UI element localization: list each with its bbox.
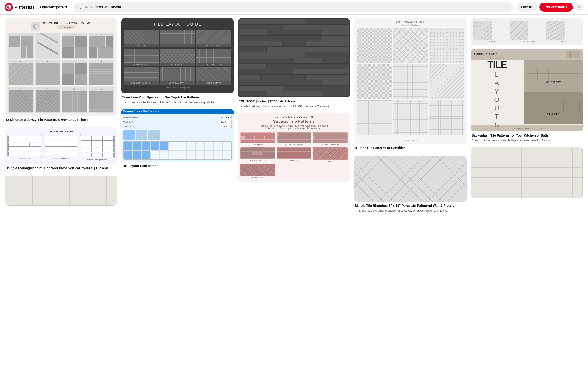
- signup-button[interactable]: Регистрация: [539, 3, 573, 12]
- v-label: Vertical Offset (alternate): [80, 158, 115, 161]
- herring-label: Chevron: [546, 40, 580, 42]
- pin-card[interactable]: EQUITONE [tectiva] TE00 | Architonic Fac…: [238, 18, 350, 109]
- herring-pattern: [429, 64, 464, 99]
- floor-cell: [429, 64, 464, 99]
- floor-cell: [393, 100, 428, 135]
- tile-cell: ⑦: [62, 60, 87, 86]
- pins-grid: TWELVE DIFFERENT WAYS TO LAY subway tile…: [5, 18, 583, 214]
- calc-input[interactable]: Option 1: [220, 115, 232, 119]
- main-content: TWELVE DIFFERENT WAYS TO LAY subway tile…: [0, 15, 588, 218]
- herringbone-card: Herringbone Double Herringbone Chevron: [471, 18, 583, 45]
- running-bond-preview: [566, 51, 580, 58]
- floor-cell: [393, 28, 428, 63]
- floor-footer: Tile Layout Reference: [357, 139, 464, 141]
- floor-cell: [429, 100, 464, 135]
- tile-cell: ⑩: [35, 87, 61, 113]
- pin-card[interactable]: TILE LAYOUT GUIDE DIAGONAL GRID HERRINGB…: [121, 18, 234, 105]
- tile-cell: ②: [35, 33, 61, 59]
- header-actions: Войти Регистрация: [517, 3, 583, 12]
- herring-label: Herringbone: [473, 40, 508, 42]
- tile-cell: ⑫: [89, 87, 115, 113]
- calc-blue-box2: [136, 130, 147, 140]
- tile-cell: ④: [89, 33, 115, 59]
- search-bar: ✕: [74, 2, 513, 12]
- herring-grid: Herringbone Double Herringbone Chevron: [473, 21, 580, 42]
- logo-text: Pinterest: [14, 5, 34, 10]
- floor-grid: [357, 28, 464, 135]
- header: Pinterest Просмотреть ✕ Войти Регистраци…: [0, 0, 588, 15]
- rhombus-card: [354, 155, 467, 202]
- guide-cell-h-stack: HORIZONTAL STACK: [124, 68, 159, 85]
- chevron-down-icon: [65, 7, 68, 8]
- pin-card[interactable]: TYC INTERIOR'S GUIDE TO Subway Tile Patt…: [238, 113, 350, 182]
- pin-info: 12 Different Subway Tile Patterns & How …: [5, 116, 117, 124]
- browse-nav[interactable]: Просмотреть: [38, 3, 70, 11]
- basket-pattern: [357, 64, 392, 99]
- guide-cell-v-stack: VERTICAL STACK: [160, 68, 195, 85]
- pin-card[interactable]: Measure Square Tile Calculator Material …: [121, 109, 234, 170]
- subway-card-sub: subway tile: [57, 25, 75, 29]
- clear-search-button[interactable]: ✕: [506, 5, 509, 10]
- calc-label: Tile Size (in):: [123, 125, 219, 128]
- offset-preview: [527, 69, 580, 80]
- divider: [357, 137, 464, 137]
- pin-info: Transform Your Space with Our Top 9 Tile…: [121, 93, 234, 105]
- calculator-card: Measure Square Tile Calculator Material …: [121, 109, 234, 162]
- tile-cell: ⑪: [62, 87, 87, 113]
- pin-card[interactable]: [5, 175, 117, 206]
- calc-visuals: [123, 130, 232, 140]
- calc-blue-box: [123, 130, 135, 140]
- pin-card[interactable]: [471, 147, 583, 198]
- rhombus-pattern: [354, 155, 467, 202]
- backsplash-offset: 1/3 OFFSET: [524, 60, 583, 92]
- calc-label: Total Sq Ft:: [123, 121, 219, 123]
- backsplash-website: LISTINPROGRESS.COM: [511, 127, 543, 130]
- pin-card[interactable]: Vertical Tile Layouts Vertical Offset: [5, 127, 117, 172]
- diamond-pattern: [393, 28, 428, 63]
- calc-input[interactable]: 125.00: [220, 120, 232, 124]
- dark-cladding-card: [238, 18, 350, 97]
- subway-cell-container: Bordered Quartz: [240, 164, 275, 179]
- vertical-cell: Vertical Offset: [8, 135, 42, 161]
- calc-blue-box3: [148, 130, 160, 140]
- guide-title: TILE LAYOUT GUIDE: [124, 22, 231, 27]
- calc-input[interactable]: 12 × 12: [220, 125, 232, 129]
- calc-row: Tile Size (in): 12 × 12: [123, 125, 232, 129]
- subway-cell-container: Running Bond: [240, 132, 275, 146]
- pin-info: Merola Tile Rhombus 6" x 10" Porcelain P…: [354, 202, 467, 214]
- brick-pattern: [393, 64, 428, 99]
- mosaic-pattern: [429, 100, 464, 135]
- chevron-pattern: [546, 21, 565, 39]
- pin-card[interactable]: TWELVE DIFFERENT WAYS TO LAY subway tile…: [5, 18, 117, 124]
- s-label: 45 Angled Running Bond: [313, 144, 348, 146]
- herring-label: Double Herringbone: [510, 40, 544, 42]
- floor-cell: [357, 28, 392, 63]
- pin-card[interactable]: RUNNING BOND Favorite TILE L A Y O U: [471, 49, 583, 144]
- calc-row: Material System: Option 1: [123, 115, 232, 119]
- login-button[interactable]: Войти: [517, 3, 537, 12]
- pin-info: Backsplash Tile Patterns for Your Kitche…: [471, 131, 583, 144]
- tile-cell: ③: [62, 33, 87, 59]
- more-options-button[interactable]: [575, 3, 583, 11]
- search-input[interactable]: [84, 5, 504, 9]
- tile-cell: ⑤: [8, 60, 33, 86]
- calc-brand2: Square Tile Calculator: [134, 110, 159, 113]
- pin-card[interactable]: Merola Tile Rhombus 6" x 10" Porcelain P…: [354, 155, 467, 214]
- large-pattern: [357, 100, 392, 135]
- pinterest-logo-icon[interactable]: [5, 3, 13, 11]
- s-label: 1/3 Offset Running Bond: [277, 144, 312, 146]
- subway-card-title: TWELVE DIFFERENT WAYS TO LAY: [41, 22, 91, 24]
- s-label: Herringbone: [313, 160, 348, 162]
- subway-subtitle: Take the humble subway tile and make you…: [240, 124, 348, 130]
- guide-cell-running-bond: RUNNING BOND: [124, 49, 159, 66]
- offset-pattern: [393, 100, 428, 135]
- hex-pattern: [429, 28, 464, 63]
- pin-card[interactable]: Herringbone Double Herringbone Chevron: [471, 18, 583, 45]
- subway-cell-container: 1/3 Offset Running Bond: [277, 132, 312, 146]
- subway-big-title: Subway Tile Patterns: [240, 120, 348, 124]
- tile-cell: ⑥: [35, 60, 61, 86]
- s-label: Vertical Running Bond: [240, 159, 275, 161]
- pin-info: Using a rectangular tile? Consider these…: [5, 164, 117, 172]
- pin-card[interactable]: ONE RECTANGULAR TILE Many different patt…: [354, 18, 467, 152]
- herring-cell-container: Chevron: [546, 21, 580, 42]
